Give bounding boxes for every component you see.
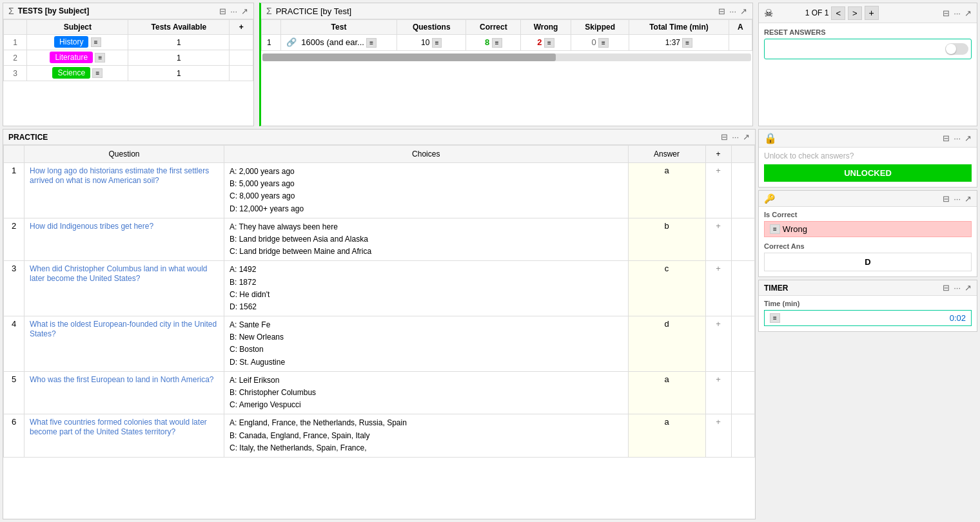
question-link[interactable]: What five countries formed colonies that… [30, 418, 207, 436]
expand-icon[interactable]: ↗ [740, 6, 747, 16]
expand-icon[interactable]: ↗ [965, 133, 972, 143]
table-row: 3 Science ≡ 1 [4, 66, 253, 81]
practice-main-panel: PRACTICE ⊟ ··· ↗ Question Choices Answer… [3, 129, 756, 519]
col-question: Question [24, 146, 224, 163]
horizontal-scrollbar[interactable] [262, 53, 751, 61]
filter-icon[interactable]: ⊟ [718, 6, 725, 16]
scroll-thumb[interactable] [262, 53, 556, 61]
more-icon[interactable]: ··· [732, 132, 739, 142]
answer-cell[interactable]: b [628, 218, 705, 261]
correct-val: 8 ≡ [466, 35, 521, 51]
question-link[interactable]: How long ago do historians estimate the … [30, 166, 209, 185]
plus-col[interactable]: + [705, 414, 731, 458]
correct-menu[interactable]: ≡ [492, 38, 502, 48]
choices-cell: A: 2,000 years agoB: 5,000 years agoC: 8… [224, 163, 629, 218]
more-icon[interactable]: ··· [230, 6, 237, 16]
col-add[interactable]: + [230, 20, 253, 35]
wrong-val: 2 ≡ [521, 35, 571, 51]
expand-icon[interactable]: ↗ [965, 8, 972, 18]
col-time: Total Time (min) [629, 20, 729, 35]
row-num: 2 [4, 218, 24, 261]
col-tests-available: Tests Available [128, 20, 230, 35]
questions-menu[interactable]: ≡ [432, 38, 442, 48]
time-menu-btn[interactable]: ≡ [770, 313, 780, 323]
plus-col[interactable]: + [705, 163, 731, 218]
question-cell: What is the oldest European-founded city… [24, 316, 224, 372]
reset-toggle-box[interactable] [764, 39, 972, 59]
timer-icons: ⊟ ··· ↗ [943, 283, 972, 293]
col-test: Test [281, 20, 397, 35]
more-icon[interactable]: ··· [954, 133, 961, 143]
reset-answers-label: RESET ANSWERS [764, 28, 972, 36]
correct-ans-box: D [764, 253, 972, 271]
correct-ans-value: D [865, 257, 870, 267]
col-choices: Choices [224, 146, 629, 163]
skipped-val: 0 ≡ [571, 35, 629, 51]
question-link[interactable]: How did Indigenous tribes get here? [30, 222, 153, 231]
filter-icon[interactable]: ⊟ [721, 132, 728, 142]
row-menu-btn[interactable]: ≡ [95, 53, 105, 63]
more-icon[interactable]: ··· [954, 194, 961, 204]
unlocked-button[interactable]: UNLOCKED [764, 164, 972, 182]
plus-col[interactable]: + [705, 261, 731, 316]
question-link[interactable]: Who was the first European to land in No… [30, 375, 213, 384]
row-num: 5 [4, 371, 24, 414]
subject-cell[interactable]: Science ≡ [27, 66, 128, 81]
page-info: 1 OF 1 [805, 8, 829, 17]
prev-page-button[interactable]: < [831, 6, 845, 20]
wrong-menu-btn[interactable]: ≡ [770, 224, 780, 234]
practice-top-icons: ⊟ ··· ↗ [718, 6, 747, 16]
time-menu[interactable]: ≡ [682, 38, 692, 48]
answer-cell[interactable]: a [628, 371, 705, 414]
add-cell [230, 66, 253, 81]
plus-col[interactable]: + [705, 371, 731, 414]
main-table-scroll[interactable]: Question Choices Answer + 1 How long ago… [3, 145, 755, 519]
answer-cell[interactable]: a [628, 414, 705, 458]
more-icon[interactable]: ··· [954, 283, 961, 293]
question-link[interactable]: When did Christopher Columbus land in wh… [30, 264, 207, 283]
subject-cell[interactable]: Literature ≡ [27, 50, 128, 66]
skipped-menu[interactable]: ≡ [598, 38, 609, 48]
expand-icon[interactable]: ↗ [743, 132, 750, 142]
col-add[interactable]: + [705, 146, 731, 163]
filter-icon[interactable]: ⊟ [943, 283, 950, 293]
answer-cell[interactable]: d [628, 316, 705, 372]
test-name-cell[interactable]: 🔗 1600s (and ear... ≡ [281, 35, 397, 51]
time-value: 0:02 [950, 313, 966, 323]
row-menu-btn[interactable]: ≡ [366, 38, 377, 48]
subject-badge[interactable]: History [54, 36, 88, 48]
filter-icon[interactable]: ⊟ [943, 194, 950, 204]
reset-toggle-switch[interactable] [945, 43, 968, 55]
subject-badge[interactable]: Literature [50, 52, 93, 63]
expand-icon[interactable]: ↗ [965, 283, 972, 293]
question-cell: How long ago do historians estimate the … [24, 163, 224, 218]
more-icon[interactable]: ··· [954, 8, 961, 18]
plus-col[interactable]: + [705, 218, 731, 261]
add-button[interactable]: + [865, 6, 879, 20]
questions-val: 10 ≡ [397, 35, 466, 51]
plus-col[interactable]: + [705, 316, 731, 372]
answer-cell[interactable]: a [628, 163, 705, 218]
subject-badge[interactable]: Science [52, 67, 90, 79]
filter-icon[interactable]: ⊟ [943, 133, 950, 143]
extra-col [731, 316, 755, 372]
filter-icon[interactable]: ⊟ [219, 6, 226, 16]
next-page-button[interactable]: > [848, 6, 862, 20]
more-icon[interactable]: ··· [729, 6, 736, 16]
row-menu-btn[interactable]: ≡ [92, 68, 103, 78]
row-num: 6 [4, 414, 24, 458]
answer-cell[interactable]: c [628, 261, 705, 316]
col-a: A [729, 20, 752, 35]
expand-icon[interactable]: ↗ [241, 6, 248, 16]
row-menu-btn[interactable]: ≡ [91, 37, 101, 47]
time-val: 1:37 ≡ [629, 35, 729, 51]
test-name: 1600s (and ear... [301, 37, 364, 47]
tests-count: 1 [128, 50, 230, 66]
filter-icon[interactable]: ⊟ [943, 8, 950, 18]
expand-icon[interactable]: ↗ [965, 194, 972, 204]
question-link[interactable]: What is the oldest European-founded city… [30, 320, 217, 338]
wrong-menu[interactable]: ≡ [544, 38, 554, 48]
row-num: 3 [4, 261, 24, 316]
subject-cell[interactable]: History ≡ [27, 35, 128, 50]
right-side-panels: 🔒 ⊟ ··· ↗ Unlock to check answers? UNLOC… [758, 129, 977, 519]
